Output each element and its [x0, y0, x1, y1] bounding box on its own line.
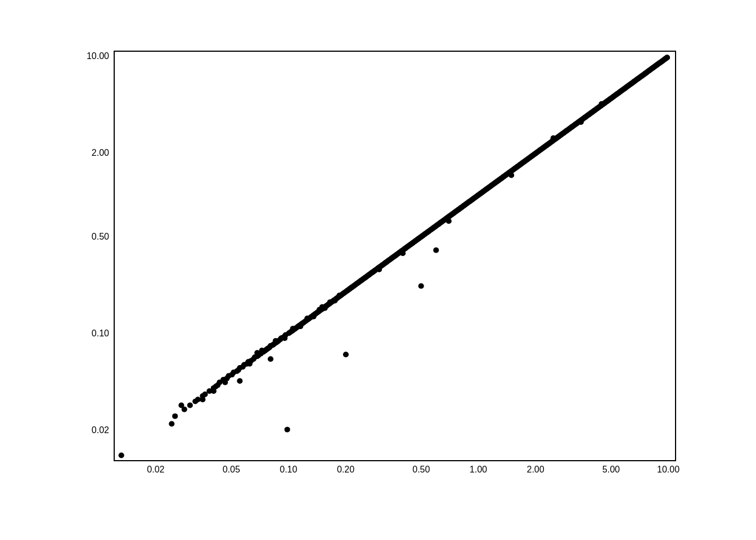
x-tick-label: 5.00 [600, 465, 622, 475]
svg-point-424 [664, 55, 670, 60]
chart-container: 10.002.000.500.100.02 0.020.050.100.200.… [40, 22, 716, 518]
x-tick-label: 0.50 [410, 465, 433, 475]
svg-point-454 [336, 292, 342, 298]
x-tick-label: 0.20 [334, 465, 357, 475]
svg-point-453 [332, 298, 338, 304]
svg-point-439 [211, 388, 217, 394]
svg-point-442 [247, 361, 253, 367]
y-tick-label: 0.50 [92, 232, 109, 241]
svg-point-4 [182, 407, 187, 412]
svg-point-434 [376, 267, 382, 272]
svg-point-435 [508, 172, 514, 178]
svg-point-427 [433, 248, 439, 253]
y-tick-label: 0.02 [92, 426, 109, 435]
plot-area [114, 51, 676, 461]
x-tick-label: 1.00 [467, 465, 489, 475]
svg-point-437 [578, 119, 584, 125]
scatter-plot [115, 52, 675, 460]
svg-point-2 [172, 413, 178, 419]
chart-wrapper: 10.002.000.500.100.02 0.020.050.100.200.… [69, 39, 687, 501]
x-tick-container: 0.020.050.100.200.501.002.005.0010.00 [114, 461, 676, 489]
svg-point-450 [317, 307, 322, 313]
svg-point-428 [446, 218, 452, 224]
y-tick-container: 10.002.000.500.100.02 [69, 51, 112, 461]
svg-point-446 [290, 326, 296, 331]
svg-point-441 [222, 380, 228, 385]
svg-point-431 [237, 378, 242, 384]
x-tick-label: 2.00 [524, 465, 547, 475]
x-tick-label: 0.02 [145, 465, 167, 475]
x-tick-label: 0.05 [220, 465, 242, 475]
y-tick-label: 2.00 [92, 148, 109, 158]
svg-point-436 [551, 136, 556, 141]
svg-point-54 [285, 427, 290, 433]
svg-point-0 [119, 453, 124, 458]
svg-point-438 [598, 101, 604, 107]
x-tick-label: 0.10 [277, 465, 300, 475]
x-tick-label: 10.00 [657, 465, 680, 475]
y-tick-label: 0.10 [92, 329, 109, 338]
svg-point-449 [310, 314, 316, 320]
svg-point-440 [200, 397, 205, 402]
svg-point-443 [259, 348, 265, 353]
svg-point-447 [298, 323, 303, 329]
svg-point-448 [304, 316, 310, 321]
svg-point-433 [400, 250, 406, 256]
svg-point-430 [268, 356, 273, 362]
svg-point-5 [187, 402, 193, 408]
svg-point-452 [327, 299, 333, 305]
svg-point-425 [418, 283, 424, 289]
svg-point-444 [273, 338, 278, 344]
svg-point-445 [282, 335, 287, 341]
svg-point-426 [343, 352, 349, 357]
svg-point-1 [169, 421, 174, 427]
y-tick-label: 10.00 [87, 52, 109, 61]
svg-point-451 [322, 305, 328, 311]
